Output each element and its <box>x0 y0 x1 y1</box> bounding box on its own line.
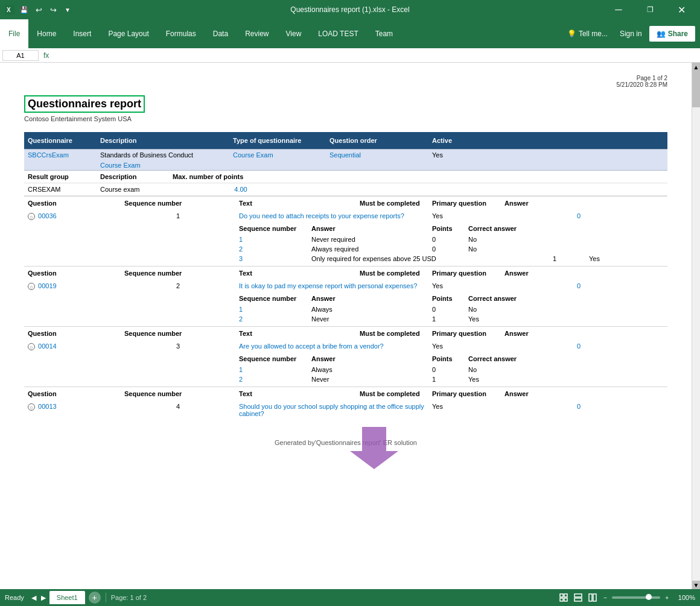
q1-ans-3: 3 Only required for expenses above 25 US… <box>24 254 667 264</box>
customize-icon[interactable]: ▼ <box>63 5 72 14</box>
tab-data[interactable]: Data <box>205 19 237 48</box>
q1-ans-1: 1 Never required 0 No <box>24 235 667 244</box>
q2-id: ○ 00019 <box>24 281 121 291</box>
scroll-track[interactable] <box>692 71 700 581</box>
svg-marker-2 <box>350 427 398 469</box>
prev-sheet-button[interactable]: ◀ <box>29 594 39 602</box>
q3-data: ○ 00014 3 Are you allowed to accept a br… <box>24 340 667 353</box>
save-icon[interactable]: 💾 <box>19 5 29 14</box>
arrow-icon <box>350 427 398 469</box>
svg-rect-8 <box>574 598 582 601</box>
q1-ans3-correct: Yes <box>585 254 603 263</box>
restore-button[interactable]: ❐ <box>636 0 664 19</box>
tab-home[interactable]: Home <box>28 19 65 48</box>
q2-seq-label: Sequence number <box>121 268 235 278</box>
undo-icon[interactable]: ↩ <box>34 5 43 14</box>
q1-ans-header: Sequence number Answer Points Correct an… <box>24 223 667 235</box>
q2-data: ○ 00019 2 It is okay to pad my expense r… <box>24 280 667 292</box>
page-layout-view-button[interactable] <box>572 592 584 604</box>
q4-header: Question Sequence number Text Must be co… <box>24 387 667 400</box>
result-group-values: CRSEXAM Course exam 4.00 <box>24 183 667 196</box>
q1-ans3-seq: 3 <box>235 254 308 263</box>
tab-review[interactable]: Review <box>237 19 277 48</box>
q1-answer-label: Answer <box>501 198 532 208</box>
normal-view-button[interactable] <box>558 592 570 604</box>
q1-ans1-correct: No <box>465 235 480 244</box>
zoom-plus[interactable]: + <box>665 595 669 601</box>
page-info: Page 1 of 2 5/21/2020 8:28 PM <box>24 75 667 88</box>
scroll-thumb[interactable] <box>692 71 700 107</box>
q1-data: ○ 00036 1 Do you need to attach receipts… <box>24 210 667 223</box>
sheet-tabs: ◀ ▶ Sheet1 + <box>29 589 101 606</box>
zoom-minus[interactable]: − <box>603 595 607 601</box>
q2-primary <box>501 281 573 291</box>
q2-answer-label: Answer <box>501 268 532 278</box>
redo-icon[interactable]: ↪ <box>48 5 58 14</box>
tell-me-button[interactable]: 💡 Tell me... <box>562 27 612 40</box>
svg-rect-5 <box>560 598 563 601</box>
vertical-scrollbar[interactable]: ▲ ▼ <box>692 63 700 589</box>
share-button[interactable]: 👥 Share <box>649 26 695 42</box>
q-active: Yes <box>428 150 549 160</box>
share-label: Share <box>668 30 688 38</box>
questionnaire-row-2: Course Exam <box>24 160 667 171</box>
q1-header: Question Sequence number Text Must be co… <box>24 196 667 210</box>
page-number: Page 1 of 2 <box>24 75 667 81</box>
q2-ans-2: 2 Never 1 Yes <box>24 314 667 324</box>
q1-ans2-pts: 0 <box>428 245 465 253</box>
tab-formulas[interactable]: Formulas <box>158 19 205 48</box>
page-break-view-button[interactable] <box>587 592 599 604</box>
q1-seq-label: Sequence number <box>121 198 235 208</box>
q1-ans-ans-lbl: Answer <box>308 224 428 233</box>
minimize-button[interactable]: ─ <box>605 0 632 19</box>
q1-ans-seq-lbl: Sequence number <box>235 224 308 233</box>
svg-rect-6 <box>564 598 567 601</box>
tab-team[interactable]: Team <box>367 19 401 48</box>
q2-seq: 2 <box>121 281 235 291</box>
cell-reference-box[interactable] <box>2 50 39 61</box>
rg-label: Result group <box>24 172 97 181</box>
q1-text: Do you need to attach receipts to your e… <box>235 211 428 221</box>
scroll-down-button[interactable]: ▼ <box>692 581 700 589</box>
spreadsheet-area[interactable]: Page 1 of 2 5/21/2020 8:28 PM Questionna… <box>0 63 692 589</box>
sign-in-button[interactable]: Sign in <box>615 27 647 40</box>
tab-view[interactable]: View <box>278 19 310 48</box>
q1-ans1-seq: 1 <box>235 235 308 244</box>
formula-input[interactable] <box>54 52 698 59</box>
title-bar-left: X 💾 ↩ ↪ ▼ <box>5 5 72 14</box>
close-button[interactable]: ✕ <box>667 0 695 19</box>
company-name: Contoso Entertainment System USA <box>24 115 667 122</box>
rg-desc: Course exam <box>97 185 169 194</box>
next-sheet-button[interactable]: ▶ <box>39 594 48 602</box>
tab-insert[interactable]: Insert <box>65 19 100 48</box>
zoom-thumb[interactable] <box>646 594 652 600</box>
sheet1-tab[interactable]: Sheet1 <box>49 591 85 604</box>
footer-text: Generated by'Questionnaires report' ER s… <box>24 434 667 451</box>
svg-rect-3 <box>560 594 563 597</box>
q3-ans-1: 1 Always 0 No <box>24 365 667 374</box>
page-datetime: 5/21/2020 8:28 PM <box>24 81 667 88</box>
rg-id: CRSEXAM <box>24 185 97 194</box>
tab-load-test[interactable]: LOAD TEST <box>310 19 366 48</box>
q1-primary-label: Primary question <box>428 198 501 208</box>
lightbulb-icon: 💡 <box>567 30 576 38</box>
zoom-slider[interactable] <box>612 596 660 599</box>
scroll-up-button[interactable]: ▲ <box>692 63 700 71</box>
header-active: Active <box>428 134 549 147</box>
svg-rect-9 <box>589 594 592 601</box>
table-header-row: Questionnaire Description Type of questi… <box>24 132 667 149</box>
tab-page-layout[interactable]: Page Layout <box>100 19 157 48</box>
add-sheet-button[interactable]: + <box>89 592 101 604</box>
q1-icon: ○ <box>28 213 35 220</box>
q1-label: Question <box>24 198 121 208</box>
q1-must-label: Must be completed <box>356 198 428 208</box>
q-id: SBCCrsExam <box>24 150 97 160</box>
sheet-content: Page 1 of 2 5/21/2020 8:28 PM Questionna… <box>0 63 692 589</box>
tab-file[interactable]: File <box>0 19 28 48</box>
q-id-spacer <box>24 160 97 170</box>
questionnaire-row-1: SBCCrsExam Standards of Business Conduct… <box>24 149 667 160</box>
q3-header: Question Sequence number Text Must be co… <box>24 326 667 340</box>
ribbon-right: 💡 Tell me... Sign in 👥 Share <box>562 19 700 48</box>
q2-ans-header: Sequence number Answer Points Correct an… <box>24 292 667 305</box>
q1-ans3-pts: 1 <box>549 254 585 263</box>
